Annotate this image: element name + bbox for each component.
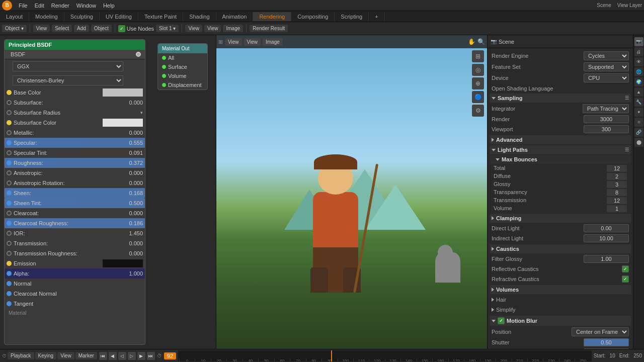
render-props-icon-btn[interactable]: 📷 — [634, 37, 643, 46]
overlay-btn-5[interactable]: ⚙ — [472, 105, 484, 117]
tab-scripting[interactable]: Scripting — [335, 12, 369, 21]
direct-light-input[interactable]: 0.00 — [584, 224, 629, 232]
viewport[interactable]: ⊞ View View Image ✋ 🔍 ⊞ ◎ ⊕ 🔵 ⚙ — [216, 35, 487, 349]
view-props-icon-btn[interactable]: 👁 — [634, 57, 643, 66]
tl-view-menu[interactable]: View — [57, 352, 74, 359]
bounces-total-value[interactable]: 12 — [607, 165, 627, 172]
use-nodes-toggle[interactable]: ✓ Use Nodes — [118, 25, 154, 32]
modifier-props-icon-btn[interactable]: 🔧 — [634, 98, 643, 107]
play-btn[interactable]: ▷ — [128, 352, 136, 360]
mode-button[interactable]: Object ▾ — [2, 25, 27, 32]
use-nodes-checkbox[interactable]: ✓ — [118, 25, 125, 32]
motion-blur-checkbox[interactable]: ✓ — [498, 317, 505, 324]
motion-blur-header[interactable]: ✓ Motion Blur — [490, 316, 631, 326]
tab-uv-editing[interactable]: UV Editing — [100, 12, 138, 21]
bounces-glossy-value[interactable]: 3 — [607, 181, 627, 188]
start-value[interactable]: 10 — [610, 353, 615, 358]
viewport-image-btn[interactable]: Image — [263, 38, 283, 46]
keying-menu[interactable]: Keying — [35, 352, 57, 359]
scene-props-icon-btn[interactable]: 🌐 — [634, 67, 643, 76]
object-menu[interactable]: Object — [91, 25, 112, 32]
device-select[interactable]: CPU — [584, 73, 629, 82]
step-fwd-btn[interactable]: ▶ — [137, 352, 145, 360]
emission-swatch[interactable] — [103, 259, 143, 267]
output-props-icon-btn[interactable]: 🖨 — [634, 47, 643, 56]
menu-help[interactable]: Help — [100, 2, 118, 10]
indirect-light-input[interactable]: 10.00 — [584, 234, 629, 242]
bounces-transparency-value[interactable]: 8 — [607, 189, 627, 196]
viewport-zoom-icon[interactable]: 🔍 — [477, 38, 485, 45]
jump-to-end-btn[interactable]: ⏭ — [147, 352, 155, 360]
play-back-btn[interactable]: ◁ — [118, 352, 126, 360]
view2-menu[interactable]: View — [185, 25, 202, 32]
bounces-diffuse-value[interactable]: 2 — [607, 173, 627, 180]
timeline-bar[interactable]: 0 10 20 30 40 50 60 70 80 90 100 110 120… — [178, 350, 592, 361]
position-select[interactable]: Center on Frame — [572, 327, 629, 336]
tab-compositing[interactable]: Compositing — [291, 12, 335, 21]
volumes-header[interactable]: Volumes — [490, 285, 631, 294]
viewport-samples-input[interactable]: 300 — [584, 125, 629, 133]
physics-props-icon-btn[interactable]: ⚛ — [634, 118, 643, 127]
tab-rendering[interactable]: Rendering — [253, 12, 291, 21]
menu-window[interactable]: Window — [73, 2, 100, 10]
sampling-menu-icon[interactable]: ☰ — [625, 96, 629, 101]
overlay-btn-4[interactable]: 🔵 — [472, 91, 484, 103]
subsurface-method-select[interactable]: Christensen-Burley — [13, 75, 123, 85]
menu-file[interactable]: File — [15, 2, 31, 10]
marker-menu[interactable]: Marker — [75, 352, 97, 359]
overlay-btn-1[interactable]: ⊞ — [472, 50, 484, 62]
render-samples-input[interactable]: 3000 — [584, 115, 629, 123]
view-layer-selector[interactable]: View Layer — [617, 3, 642, 8]
tab-texture-paint[interactable]: Texture Paint — [138, 12, 183, 21]
refractive-caustics-checkbox[interactable]: ✓ — [622, 276, 629, 283]
tab-add[interactable]: + — [369, 12, 384, 21]
image-menu[interactable]: Image — [223, 25, 243, 32]
view3-menu[interactable]: View — [204, 25, 221, 32]
base-color-swatch[interactable] — [103, 88, 143, 97]
overlay-btn-3[interactable]: ⊕ — [472, 77, 484, 89]
jump-to-start-btn[interactable]: ⏮ — [99, 352, 107, 360]
material-props-icon-btn[interactable]: ⬤ — [634, 138, 643, 147]
reflective-caustics-checkbox[interactable]: ✓ — [622, 265, 629, 273]
filter-glossy-input[interactable]: 1.00 — [584, 255, 629, 263]
advanced-header[interactable]: Advanced — [490, 135, 631, 144]
world-props-icon-btn[interactable]: 🌍 — [634, 77, 643, 86]
shutter-input[interactable] — [584, 338, 629, 346]
viewport-view-btn[interactable]: View — [225, 38, 242, 46]
menu-render[interactable]: Render — [48, 2, 73, 10]
tab-sculpting[interactable]: Sculpting — [64, 12, 100, 21]
max-bounces-header[interactable]: Max Bounces — [490, 155, 631, 164]
light-paths-menu-icon[interactable]: ☰ — [625, 147, 629, 152]
current-frame-display[interactable]: 92 — [164, 352, 176, 359]
viewport-hand-icon[interactable]: ✋ — [468, 38, 475, 45]
object-props-icon-btn[interactable]: ▲ — [634, 87, 643, 97]
add-menu[interactable]: Add — [74, 25, 89, 32]
constraint-props-icon-btn[interactable]: 🔗 — [634, 128, 643, 137]
viewport-view2-btn[interactable]: View — [244, 38, 261, 46]
menu-edit[interactable]: Edit — [31, 2, 48, 10]
particle-props-icon-btn[interactable]: ✦ — [634, 108, 643, 117]
overlay-btn-2[interactable]: ◎ — [472, 64, 484, 76]
tab-modeling[interactable]: Modeling — [29, 12, 64, 21]
rolling-shutter-select[interactable]: None — [584, 348, 629, 349]
light-paths-header[interactable]: Light Paths ☰ — [490, 145, 631, 154]
tab-layout[interactable]: Layout — [0, 12, 29, 21]
view-menu[interactable]: View — [33, 25, 50, 32]
feature-set-select[interactable]: Supported — [584, 62, 629, 71]
tab-animation[interactable]: Animation — [216, 12, 254, 21]
render-result-btn[interactable]: Render Result — [250, 25, 288, 32]
distribution-select[interactable]: GGX — [13, 61, 123, 71]
clamping-header[interactable]: Clamping — [490, 214, 631, 223]
bounces-volume-value[interactable]: 1 — [607, 205, 627, 212]
bounces-transmission-value[interactable]: 12 — [607, 197, 627, 204]
sampling-header[interactable]: Sampling ☰ — [490, 94, 631, 103]
end-value[interactable]: 250 — [633, 353, 642, 358]
tab-shading[interactable]: Shading — [183, 12, 216, 21]
render-engine-select[interactable]: Cycles — [584, 51, 629, 60]
select-menu[interactable]: Select — [52, 25, 72, 32]
playback-menu[interactable]: Playback — [8, 352, 34, 359]
slot-select[interactable]: Slot 1 ▾ — [156, 25, 179, 32]
integrator-select[interactable]: Path Tracing — [583, 104, 629, 113]
caustics-header[interactable]: Caustics — [490, 244, 631, 253]
scene-selector[interactable]: Scene — [597, 3, 611, 8]
